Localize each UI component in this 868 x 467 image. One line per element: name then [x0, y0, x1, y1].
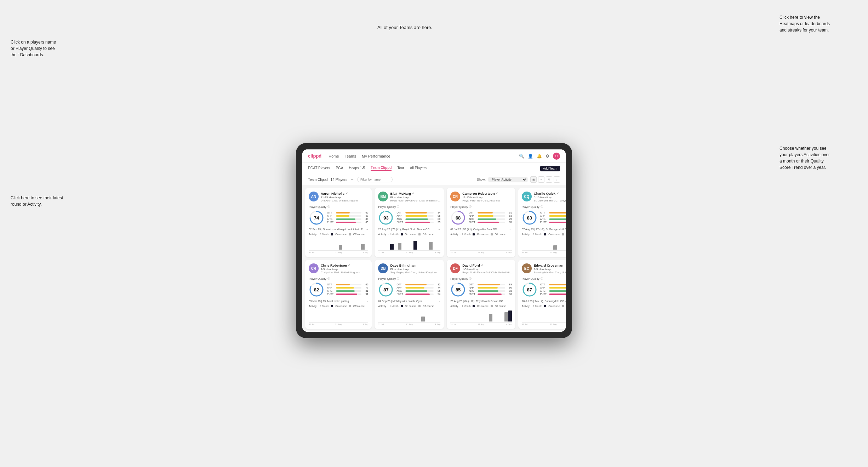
last-round[interactable]: 03 Mar 23 | 19, Must make putting →	[309, 300, 368, 303]
nav-home[interactable]: Home	[329, 154, 339, 158]
last-round[interactable]: 02 Sep 23 | Sunset round to get back int…	[309, 228, 368, 231]
add-team-button[interactable]: Add Team	[540, 166, 560, 171]
player-header: CR Chris Robertson ✓ 1-5 Handicap Craigm…	[309, 263, 368, 274]
avatar-icon[interactable]: U	[553, 153, 560, 160]
chart-bar	[429, 242, 433, 250]
quality-content[interactable]: 82 OTT 60 APP 77 ARG 81 PUTT	[309, 282, 368, 297]
stat-bar-fill	[405, 218, 428, 220]
player-handicap: Plus Handicap	[390, 268, 440, 271]
player-name[interactable]: Blair McHarg ✓	[390, 192, 440, 195]
last-round[interactable]: 07 Aug 23 | 77 (+7), St George's Hill GC…	[522, 228, 566, 231]
tab-hcaps[interactable]: Hcaps 1-5	[349, 166, 365, 171]
stat-bar-bg	[478, 215, 505, 217]
stat-bar-fill	[549, 222, 566, 223]
last-round-arrow: →	[438, 300, 441, 303]
player-name[interactable]: David Ford ✓	[462, 263, 512, 267]
player-card[interactable]: BM Blair McHarg ✓ Plus Handicap Royal No…	[375, 188, 444, 257]
tab-tour[interactable]: Tour	[397, 166, 404, 171]
activity-section: Activity · 1 Month On course Off course …	[309, 233, 368, 254]
quality-label: Player Quality ⓘ	[450, 205, 512, 209]
quality-content[interactable]: 93 OTT 84 APP 85 ARG 88 PUTT	[378, 210, 440, 226]
annotation-top-right: Click here to view theHeatmaps or leader…	[780, 14, 854, 33]
quality-content[interactable]: 87 OTT 73 APP 79 ARG 103 PUTT	[522, 282, 566, 297]
quality-content[interactable]: 87 OTT 82 APP 74 ARG 85 PUTT	[378, 282, 440, 297]
stat-label: OTT	[469, 211, 476, 214]
activity-chart	[450, 237, 512, 251]
nav-my-performance[interactable]: My Performance	[362, 154, 390, 158]
player-card[interactable]: EC Edward Crossman 1-5 Handicap Sunningd…	[518, 260, 566, 329]
quality-content[interactable]: 83 OTT 77 APP 80 ARG 83 PUTT	[522, 210, 566, 226]
player-name[interactable]: Charlie Quick ✓	[534, 192, 566, 195]
stat-bar-bg	[549, 215, 566, 217]
stat-row: PUTT 86	[540, 221, 566, 223]
player-name[interactable]: Dave Billingham	[390, 263, 440, 267]
stat-bar-fill	[405, 294, 429, 295]
player-avatar: CQ	[522, 192, 532, 201]
on-course-label: On course	[405, 233, 416, 235]
search-icon[interactable]: 🔍	[519, 154, 524, 159]
last-round[interactable]: 02 Jul 23 | 59 (+1), Craigmillar Park GC…	[450, 228, 512, 231]
score-value: 82	[314, 287, 319, 292]
grid-view-icon[interactable]: ⊞	[530, 176, 537, 183]
player-card[interactable]: CR Cameron Robertson ✓ 11-15 Handicap Ro…	[447, 188, 515, 257]
tab-pgat[interactable]: PGAT Players	[308, 166, 330, 171]
chart-dates: 31 Jul21 Aug4 Sep	[309, 323, 368, 325]
tab-all-players[interactable]: All Players	[410, 166, 427, 171]
stat-value: 84	[435, 211, 440, 214]
player-club: Sog Maging Golf Club, United Kingdom	[390, 271, 440, 274]
quality-label: Player Quality ⓘ	[309, 205, 368, 209]
filter-icon[interactable]: ▽	[546, 176, 552, 183]
player-name[interactable]: Aaron Nicholls ✓	[321, 192, 368, 195]
player-card[interactable]: AN Aaron Nicholls ✓ 11-15 Handicap Drift…	[305, 188, 372, 257]
verified-icon: ✓	[556, 192, 559, 195]
activity-select[interactable]: Player Activity Quality Score Trend	[489, 177, 527, 182]
player-card[interactable]: CR Chris Robertson ✓ 1-5 Handicap Craigm…	[305, 260, 372, 329]
stat-label: APP	[469, 215, 476, 217]
stat-bar-fill	[478, 294, 502, 295]
nav-links: Home Teams My Performance	[329, 154, 519, 158]
quality-content[interactable]: 68 OTT 61 APP 63 ARG 75 PUTT	[450, 210, 512, 226]
edit-icon[interactable]: ✏	[351, 178, 354, 181]
settings-icon[interactable]: ⚙	[546, 154, 549, 159]
last-round[interactable]: 26 Aug 23 | 84 (+12), Royal North Devon …	[450, 300, 512, 303]
last-round[interactable]: 26 Aug 23 | 73 (+1), Royal North Devon G…	[378, 228, 440, 231]
score-value: 85	[456, 287, 461, 292]
stat-value: 85	[362, 221, 368, 223]
stats-bars: OTT 82 APP 74 ARG 85 PUTT 94	[396, 283, 440, 296]
stat-label: APP	[327, 286, 335, 289]
stat-label: ARG	[396, 218, 404, 220]
player-handicap: 1-5 Handicap	[462, 268, 512, 271]
last-round-text: 03 Mar 23 | 19, Must make putting	[309, 300, 349, 303]
player-card[interactable]: CQ Charlie Quick ✓ 6-10 Handicap St. Geo…	[518, 188, 566, 257]
search-input[interactable]	[357, 177, 393, 182]
player-name[interactable]: Edward Crossman	[534, 263, 566, 267]
quality-content[interactable]: 74 OTT 60 APP 58 ARG 84 PUTT	[309, 210, 368, 226]
sort-icon[interactable]: ↕	[554, 176, 560, 183]
score-value: 68	[456, 215, 461, 221]
tab-team-clippd[interactable]: Team Clippd	[371, 166, 392, 171]
player-name[interactable]: Chris Robertson ✓	[321, 263, 368, 267]
player-card[interactable]: DB Dave Billingham Plus Handicap Sog Mag…	[375, 260, 444, 329]
player-name[interactable]: Cameron Robertson ✓	[462, 192, 512, 195]
bell-icon[interactable]: 🔔	[537, 154, 542, 159]
tab-pga[interactable]: PGA	[336, 166, 343, 171]
player-header: BM Blair McHarg ✓ Plus Handicap Royal No…	[378, 192, 440, 202]
activity-label: Activity	[378, 305, 386, 307]
player-info: Aaron Nicholls ✓ 11-15 Handicap Drift Go…	[321, 192, 368, 202]
list-view-icon[interactable]: ≡	[538, 176, 544, 183]
stat-label: PUTT	[327, 221, 335, 223]
stat-bar-bg	[549, 222, 566, 223]
last-round[interactable]: 04 Sep 23 | Mobility with coach, Gym →	[378, 300, 440, 303]
profile-icon[interactable]: 👤	[528, 154, 533, 159]
last-round[interactable]: 18 Jul 23 | 74 (+4), Sunningdale GC - Ol…	[522, 300, 566, 303]
on-course-label: On course	[477, 233, 488, 235]
nav-teams[interactable]: Teams	[345, 154, 356, 158]
nav-bar: clippd Home Teams My Performance 🔍 👤 🔔 ⚙…	[302, 149, 566, 163]
player-card[interactable]: DF David Ford ✓ 1-5 Handicap Royal North…	[447, 260, 515, 329]
stat-row: OTT 89	[469, 283, 512, 286]
stat-value: 96	[506, 293, 512, 295]
stat-label: ARG	[469, 218, 476, 220]
quality-content[interactable]: 85 OTT 89 APP 80 ARG 83 PUTT	[450, 282, 512, 297]
stat-label: OTT	[396, 211, 404, 214]
stat-row: ARG 83	[469, 290, 512, 292]
